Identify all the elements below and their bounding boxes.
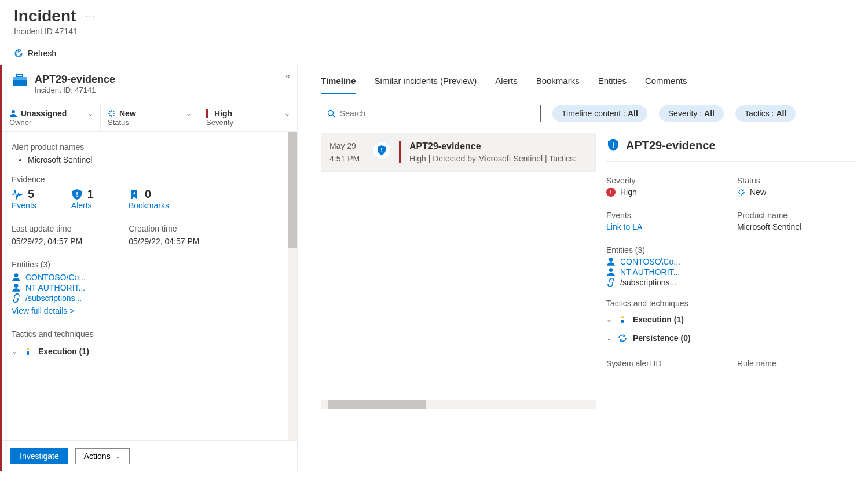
chevron-down-icon: ⌄ xyxy=(115,452,121,460)
incident-id: Incident ID: 47141 xyxy=(35,86,115,94)
svg-rect-32 xyxy=(621,320,624,323)
entity-item-user[interactable]: NT AUTHORIT... xyxy=(606,267,856,277)
detail-panel: ! APT29-evidence Severity ! High Status xyxy=(596,133,868,471)
person-icon xyxy=(9,109,17,118)
detail-severity-label: Severity xyxy=(606,176,726,185)
refresh-icon xyxy=(14,49,23,58)
entity-item-link[interactable]: /subscriptions... xyxy=(606,278,856,287)
entity-item-user[interactable]: CONTOSO\Co... xyxy=(606,257,856,266)
svg-line-9 xyxy=(113,115,114,116)
owner-dropdown[interactable]: Unassigned ⌄ Owner xyxy=(2,104,101,131)
detail-severity-value: High xyxy=(620,188,637,197)
link-to-la[interactable]: Link to LA xyxy=(606,222,642,232)
search-icon xyxy=(327,109,335,118)
alert-product-item: Microsoft Sentinel xyxy=(28,155,288,164)
status-new-icon xyxy=(737,188,745,196)
evidence-events[interactable]: 5 Events xyxy=(12,188,36,210)
svg-point-29 xyxy=(609,258,613,262)
filter-tactics[interactable]: Tactics : All xyxy=(735,105,796,122)
link-icon xyxy=(12,293,21,303)
status-dropdown[interactable]: New ⌄ Status xyxy=(101,104,199,131)
events-icon xyxy=(12,189,23,200)
tab-entities[interactable]: Entities xyxy=(598,76,627,94)
svg-point-30 xyxy=(609,268,613,272)
view-full-details-link[interactable]: View full details > xyxy=(12,306,74,315)
search-box[interactable] xyxy=(321,105,541,122)
entity-item-user[interactable]: NT AUTHORIT... xyxy=(12,283,288,292)
person-icon xyxy=(606,257,616,266)
timeline-item-title: APT29-evidence xyxy=(409,141,587,152)
left-panel: APT29-evidence Incident ID: 47141 « Unas… xyxy=(2,65,298,471)
tactic-execution[interactable]: ⌄ Execution (1) xyxy=(12,342,288,361)
system-alert-id-label: System alert ID xyxy=(606,359,726,368)
person-icon xyxy=(606,267,616,277)
tactic-execution-detail[interactable]: ⌄ Execution (1) xyxy=(606,310,856,329)
more-menu-icon[interactable]: ··· xyxy=(85,12,96,21)
svg-text:!: ! xyxy=(612,141,614,149)
scrollbar-vertical[interactable] xyxy=(288,132,297,440)
chevron-down-icon: ⌄ xyxy=(12,347,17,355)
timeline-item[interactable]: May 29 4:51 PM ! APT29-evidence High | D… xyxy=(321,133,596,172)
investigate-button[interactable]: Investigate xyxy=(10,448,68,464)
svg-rect-1 xyxy=(17,75,23,77)
svg-point-17 xyxy=(328,111,334,116)
svg-point-13 xyxy=(14,273,19,277)
entity-item-user[interactable]: CONTOSO\Co... xyxy=(12,273,288,282)
severity-bar-icon xyxy=(206,109,208,118)
last-update-value: 05/29/22, 04:57 PM xyxy=(12,237,82,246)
incident-name: APT29-evidence xyxy=(35,74,115,86)
briefcase-icon xyxy=(12,74,28,87)
bookmark-icon xyxy=(129,189,140,200)
shield-icon: ! xyxy=(372,141,391,160)
svg-line-27 xyxy=(739,193,740,194)
timeline-date: May 29 xyxy=(329,141,364,150)
tactic-persistence-detail[interactable]: ⌄ Persistence (0) xyxy=(606,329,856,347)
refresh-button[interactable]: Refresh xyxy=(14,46,56,60)
actions-dropdown[interactable]: Actions ⌄ xyxy=(75,448,130,464)
execution-icon xyxy=(618,315,627,324)
svg-line-11 xyxy=(113,111,114,112)
svg-line-18 xyxy=(333,115,335,118)
shield-icon: ! xyxy=(606,138,620,152)
entities-label: Entities (3) xyxy=(12,260,288,269)
status-new-icon xyxy=(108,109,116,118)
scrollbar-horizontal[interactable] xyxy=(321,400,596,409)
tab-bookmarks[interactable]: Bookmarks xyxy=(536,76,580,94)
detail-product-label: Product name xyxy=(737,211,856,220)
left-scroll-area[interactable]: Alert product names Microsoft Sentinel E… xyxy=(2,132,297,440)
tab-similar-incidents[interactable]: Similar incidents (Preview) xyxy=(375,76,477,94)
person-icon xyxy=(12,273,21,282)
detail-tactics-label: Tactics and techniques xyxy=(606,299,856,308)
tab-comments[interactable]: Comments xyxy=(645,76,687,94)
tactics-label: Tactics and techniques xyxy=(12,329,288,339)
filter-severity[interactable]: Severity : All xyxy=(659,105,724,122)
svg-point-15 xyxy=(27,348,29,350)
evidence-alerts[interactable]: ! 1 Alerts xyxy=(71,188,94,210)
detail-events-label: Events xyxy=(606,211,726,220)
last-update-label: Last update time xyxy=(12,224,82,233)
svg-rect-16 xyxy=(27,351,29,355)
svg-text:!: ! xyxy=(380,147,382,153)
chevron-down-icon: ⌄ xyxy=(186,109,192,118)
detail-status-label: Status xyxy=(737,176,856,185)
svg-rect-2 xyxy=(13,77,27,80)
refresh-label: Refresh xyxy=(28,49,56,58)
execution-icon xyxy=(23,347,32,356)
tab-alerts[interactable]: Alerts xyxy=(495,76,517,94)
tab-timeline[interactable]: Timeline xyxy=(321,76,356,94)
detail-title: APT29-evidence xyxy=(626,139,716,152)
collapse-icon[interactable]: « xyxy=(285,71,290,80)
svg-line-26 xyxy=(742,193,744,194)
entity-item-link[interactable]: /subscriptions... xyxy=(12,293,288,303)
severity-dropdown[interactable]: High ⌄ Severity xyxy=(199,104,297,131)
timeline-time: 4:51 PM xyxy=(329,154,364,163)
search-input[interactable] xyxy=(340,109,534,118)
severity-high-icon: ! xyxy=(606,188,616,197)
filter-timeline-content[interactable]: Timeline content : All xyxy=(552,105,647,122)
evidence-bookmarks[interactable]: 0 Bookmarks xyxy=(129,188,169,210)
evidence-label: Evidence xyxy=(12,175,288,184)
right-panel: Timeline Similar incidents (Preview) Ale… xyxy=(298,65,868,471)
svg-text:!: ! xyxy=(76,191,78,198)
svg-point-3 xyxy=(12,110,15,113)
chevron-down-icon: ⌄ xyxy=(87,109,93,118)
